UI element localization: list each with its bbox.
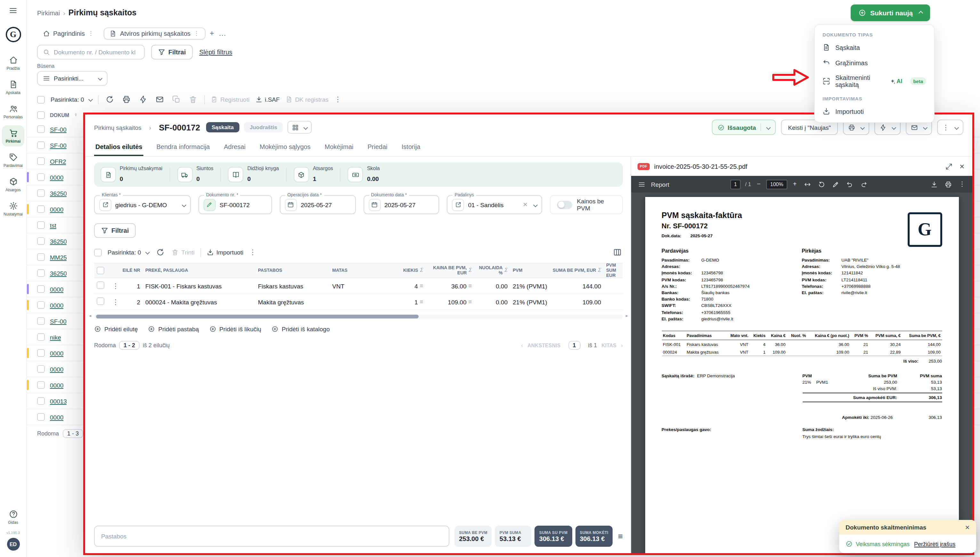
menu-item-saskaita[interactable]: Sąskaita	[815, 40, 934, 55]
select-all-checkbox[interactable]	[37, 96, 45, 103]
search-input[interactable]	[54, 49, 139, 55]
calendar-icon[interactable]	[285, 199, 297, 211]
sidebar-item-pirkimai[interactable]: Pirkimai	[2, 125, 24, 147]
annotate-button[interactable]	[831, 179, 840, 189]
import-lines-button[interactable]: Importuoti	[207, 249, 243, 256]
client-field[interactable]: Klientas * giedrius - G-DEMO	[94, 195, 191, 214]
row-checkbox[interactable]	[37, 397, 45, 405]
workspace-tab-pagrindinis[interactable]: Pagrindinis⋮	[37, 27, 100, 39]
row-checkbox[interactable]	[96, 297, 105, 305]
clear-icon[interactable]: ✕	[523, 202, 528, 208]
header-checkbox[interactable]	[37, 111, 45, 119]
line-notes[interactable]: Makita gręžtuvas	[255, 298, 330, 305]
line-item[interactable]: 000024 - Makita gręžtuvas	[143, 298, 255, 305]
line-vat[interactable]: 21% (PVM1)	[510, 282, 547, 289]
row-checkbox[interactable]	[37, 125, 45, 133]
rows-range-chip[interactable]: 1 - 2	[119, 341, 140, 350]
external-link-icon[interactable]	[452, 199, 464, 211]
line-item[interactable]: FISK-001 - Fiskars kastuvas	[143, 282, 255, 289]
row-menu-icon[interactable]: ⋮	[109, 298, 118, 305]
document-link[interactable]: MM25	[50, 254, 67, 261]
sidebar-item-apskaita[interactable]: Apskaita	[0, 77, 26, 98]
tab-priedai[interactable]: Priedai	[366, 140, 389, 156]
zoom-out-button[interactable]: −	[756, 180, 762, 189]
sidebar-item-pardavimai[interactable]: Pardavimai	[0, 150, 26, 171]
document-link[interactable]: SF-00	[50, 318, 67, 324]
rows-range-chip[interactable]: 1 - 3	[63, 429, 83, 438]
totals-menu-icon[interactable]: ≡	[618, 531, 623, 541]
more-icon[interactable]: ⋮	[249, 249, 256, 256]
workspace-tab-atviros[interactable]: Atviros pirkimų sąskaitos⋮	[104, 27, 205, 39]
column-header[interactable]: DOKUM	[50, 112, 69, 118]
document-link[interactable]: 0000	[50, 205, 64, 213]
tabs-more-button[interactable]: …	[219, 29, 226, 37]
tab-istorija[interactable]: Istorija	[400, 140, 422, 156]
line-notes[interactable]: Fiskars kastuvas	[255, 282, 330, 289]
scroll-left-icon[interactable]: ◂	[89, 313, 91, 318]
document-number-field[interactable]: Dokumento nr. * SF-000172	[198, 195, 272, 214]
row-checkbox[interactable]	[37, 141, 45, 149]
document-link[interactable]: SF-00	[50, 142, 67, 149]
fit-width-button[interactable]	[802, 179, 812, 189]
pencil-icon[interactable]	[204, 199, 216, 211]
line-unit[interactable]: VNT	[330, 282, 377, 289]
summary-purchase-orders[interactable]: Pirkimų užsakymai0	[101, 166, 162, 183]
row-checkbox[interactable]	[37, 173, 45, 181]
more-actions-button[interactable]: ⋮	[937, 120, 964, 135]
calendar-icon[interactable]	[368, 199, 381, 211]
undo-button[interactable]	[844, 179, 854, 189]
pdf-page-input[interactable]: 1	[730, 179, 741, 189]
summary-debt[interactable]: Skola0.00	[348, 166, 380, 183]
row-checkbox[interactable]	[37, 365, 45, 373]
sidebar-item-atsargos[interactable]: Atsargos	[0, 174, 26, 195]
sidebar-item-gidas[interactable]: Gidas	[8, 507, 18, 528]
scrollbar-thumb[interactable]	[96, 314, 419, 318]
sum-icon[interactable]: Σ	[469, 268, 472, 274]
rotate-button[interactable]	[817, 179, 826, 189]
summary-shipments[interactable]: Siuntos0	[177, 166, 213, 183]
document-link[interactable]: 36250	[50, 238, 67, 244]
document-link[interactable]: nike	[50, 334, 61, 340]
header-checkbox[interactable]	[96, 267, 105, 274]
invoice-breadcrumb-parent[interactable]: Pirkimų sąskaitos	[94, 124, 142, 131]
summary-general-ledger[interactable]: Didžioji knyga0	[228, 166, 279, 183]
lines-filters-button[interactable]: Filtrai	[94, 223, 136, 238]
row-checkbox[interactable]	[37, 253, 45, 261]
row-menu-icon[interactable]: ⋮	[109, 282, 118, 289]
add-from-catalog-button[interactable]: Pridėti iš katalogo	[271, 326, 330, 332]
row-checkbox[interactable]	[37, 205, 45, 213]
row-checkbox[interactable]	[37, 301, 45, 309]
sum-icon[interactable]: Σ	[598, 268, 601, 274]
refresh-button[interactable]	[105, 94, 116, 105]
sidebar-item-nustatymai[interactable]: Nustatymai	[0, 198, 26, 219]
row-checkbox[interactable]	[37, 157, 45, 165]
tab-detalios-eilutes[interactable]: Detalios eilutės	[94, 140, 144, 156]
row-checkbox[interactable]	[37, 189, 45, 197]
add-note-button[interactable]: Pridėti pastabą	[148, 326, 199, 332]
horizontal-scrollbar[interactable]: ◂ ▸	[94, 314, 623, 318]
tab-mokejimo-salygos[interactable]: Mokėjimo sąlygos	[258, 140, 312, 156]
pdf-more-button[interactable]: ⋮	[957, 180, 967, 189]
actions-button[interactable]	[138, 94, 149, 105]
external-link-icon[interactable]	[99, 199, 111, 211]
document-link[interactable]: 0000	[50, 285, 64, 293]
close-pdf-button[interactable]: ✕	[958, 161, 966, 171]
prices-without-vat-toggle[interactable]: Kainos be PVM	[550, 195, 623, 214]
document-link[interactable]: 0000	[50, 414, 64, 420]
row-checkbox[interactable]	[37, 285, 45, 293]
view-records-link[interactable]: Peržiūrėti įrašus	[914, 541, 956, 547]
scroll-right-icon[interactable]: ▸	[626, 313, 628, 318]
zoom-in-button[interactable]: +	[792, 180, 798, 189]
summary-stock[interactable]: Atsargos1	[294, 166, 333, 183]
document-link[interactable]: 36250	[50, 190, 67, 197]
selected-count-button[interactable]: Pasirinkta: 0	[51, 96, 93, 103]
isaf-button[interactable]: i.SAF	[255, 96, 279, 103]
select-all-lines-checkbox[interactable]	[94, 248, 102, 256]
tab-menu-icon[interactable]: ⋮	[88, 30, 94, 36]
document-link[interactable]: OFR2	[50, 158, 66, 164]
menu-item-skaitmeninti-saskaita[interactable]: Skaitmeninti sąskaitą AI beta	[815, 70, 934, 92]
menu-toggle-button[interactable]	[9, 7, 17, 16]
department-field[interactable]: Padalinys 01 - Sandėlis ✕	[447, 195, 542, 214]
next-arrow-icon[interactable]: ›	[621, 342, 623, 349]
hide-filters-link[interactable]: Slėpti filtrus	[199, 49, 232, 55]
